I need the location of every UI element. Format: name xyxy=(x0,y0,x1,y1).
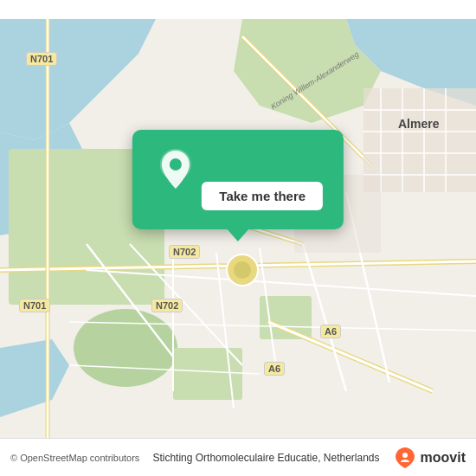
location-name: Stichting Orthomoleculaire Educatie, Net… xyxy=(139,452,392,464)
road-label-n702-mid: N702 xyxy=(169,245,200,259)
popup-card: Take me there xyxy=(132,130,344,229)
road-label-n701-bot: N701 xyxy=(19,299,50,312)
map-container: N701 N702 N702 N701 A6 A6 Almere Koning … xyxy=(0,0,476,476)
city-label-almere: Almere xyxy=(398,117,439,131)
moovit-logo-text: moovit xyxy=(421,450,466,466)
moovit-logo-icon xyxy=(393,446,417,470)
svg-point-39 xyxy=(402,453,408,458)
bottom-bar: © OpenStreetMap contributors Stichting O… xyxy=(0,438,476,476)
svg-point-38 xyxy=(170,158,182,170)
road-label-n702-low: N702 xyxy=(151,299,183,312)
road-label-a6-bot: A6 xyxy=(264,362,285,376)
location-pin-icon xyxy=(153,147,198,192)
svg-point-36 xyxy=(234,261,251,279)
road-label-n701-top: N701 xyxy=(26,52,57,66)
moovit-logo: moovit xyxy=(393,446,466,470)
take-me-there-button[interactable]: Take me there xyxy=(202,182,323,210)
svg-point-2 xyxy=(74,309,177,387)
road-label-a6-right: A6 xyxy=(320,325,341,338)
copyright-text: © OpenStreetMap contributors xyxy=(10,453,139,463)
